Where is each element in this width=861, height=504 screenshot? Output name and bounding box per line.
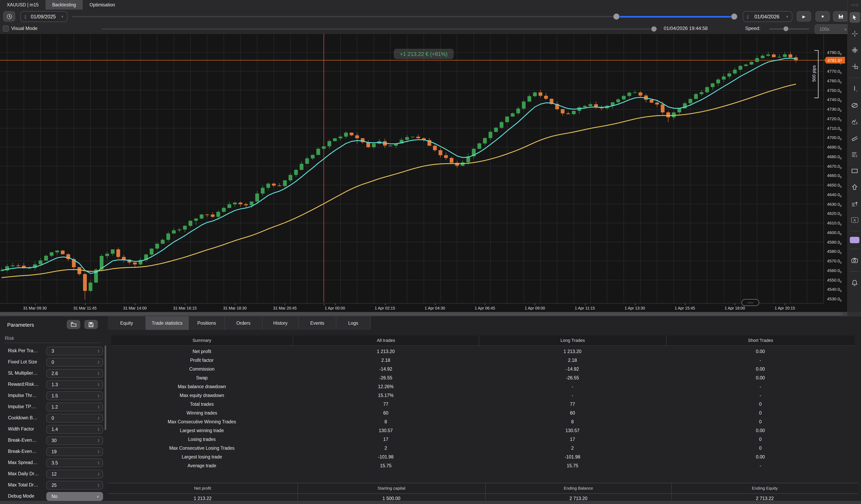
annotation-tool[interactable] xyxy=(849,198,860,209)
param-input[interactable]: 2.6∧∨ xyxy=(46,369,103,378)
param-input[interactable]: 0∧∨ xyxy=(46,414,103,423)
speed-slider[interactable] xyxy=(769,24,809,34)
fibonacci-tool[interactable]: F xyxy=(849,149,860,160)
parallel-channel-tool[interactable] xyxy=(849,133,860,144)
stats-row-label: Losing trades xyxy=(111,437,293,442)
stepper-icon[interactable]: ∧∨ xyxy=(98,416,102,420)
stepper-icon[interactable]: ∧∨ xyxy=(98,405,102,409)
horizontal-scrollbar-thumb[interactable] xyxy=(0,312,843,315)
param-label: Impulse TP… xyxy=(8,404,36,409)
param-input[interactable]: 3∧∨ xyxy=(46,347,103,355)
color-swatch-button[interactable] xyxy=(850,237,859,243)
param-input[interactable]: 0∧∨ xyxy=(46,358,103,367)
stepper-icon[interactable]: ∧∨ xyxy=(98,472,102,476)
window-tab-backtesting[interactable]: Backtesting xyxy=(45,0,83,10)
stepper-icon[interactable]: ∧∨ xyxy=(98,427,102,431)
stats-row-label: Swap xyxy=(111,376,293,380)
chevron-down-icon: ∨ xyxy=(786,15,788,18)
camera-tool[interactable] xyxy=(849,255,860,265)
time-axis-tick xyxy=(85,303,85,305)
save-report-button[interactable] xyxy=(833,11,848,22)
param-value: 3.5 xyxy=(47,461,98,465)
date-range-slider[interactable] xyxy=(72,10,738,24)
stop-button[interactable]: ■ xyxy=(816,11,830,22)
stepper-icon[interactable]: ∧∨ xyxy=(98,383,102,386)
progress-handle[interactable] xyxy=(651,26,657,31)
crosshair-offset-tool[interactable] xyxy=(849,45,860,55)
results-tab-logs[interactable]: Logs xyxy=(336,316,371,330)
progress-track[interactable] xyxy=(102,28,658,29)
end-date-field[interactable]: ∧∨ 01/04/2026 ∨ xyxy=(743,11,792,22)
range-end-handle[interactable] xyxy=(731,14,737,19)
results-tab-equity[interactable]: Equity xyxy=(108,316,146,330)
stepper-icon[interactable]: ∧∨ xyxy=(98,394,102,398)
results-tab-positions[interactable]: Positions xyxy=(189,316,225,330)
visual-mode-checkbox[interactable] xyxy=(3,26,9,31)
save-parameters-button[interactable] xyxy=(84,320,98,329)
stepper-icon[interactable]: ∧∨ xyxy=(98,349,102,353)
horizontal-scrollbar[interactable] xyxy=(0,312,861,316)
play-button[interactable]: ▶ xyxy=(797,11,811,22)
elliott-wave-tool[interactable]: E xyxy=(849,116,860,127)
param-row: Fixed Lot Size0∧∨ xyxy=(0,357,107,368)
parameters-scrollbar[interactable] xyxy=(105,345,106,501)
price-axis-label: 4540.00 xyxy=(827,287,842,293)
param-input[interactable]: 1.3∧∨ xyxy=(46,380,103,389)
window-tab-xauusd-m15[interactable]: XAUUSD | m15 xyxy=(0,0,45,10)
stepper-icon[interactable]: ∧∨ xyxy=(98,372,102,375)
cursor-tool[interactable] xyxy=(849,12,860,23)
speed-track[interactable] xyxy=(769,28,809,29)
param-input[interactable]: 1.5∧∨ xyxy=(46,391,103,400)
stats-cell: - xyxy=(666,384,855,389)
param-input[interactable]: 25∧∨ xyxy=(46,481,103,490)
param-input[interactable]: 19∧∨ xyxy=(46,447,103,456)
ellipse-tool[interactable] xyxy=(849,100,860,111)
date-stepper-icon[interactable]: ∧∨ xyxy=(747,15,749,18)
time-axis[interactable]: 31 Mar 09:3031 Mar 11:4531 Mar 14:0031 M… xyxy=(0,303,823,312)
parameters-scrollbar-thumb[interactable] xyxy=(105,345,106,430)
rectangle-tool[interactable] xyxy=(849,165,860,176)
price-axis-label: 4530.00 xyxy=(827,296,842,302)
measure-tool[interactable] xyxy=(849,61,860,72)
stats-cell: 0.00 xyxy=(666,349,855,354)
stepper-icon[interactable]: ∧∨ xyxy=(98,439,102,442)
run-settings-button[interactable] xyxy=(3,11,15,22)
start-date-field[interactable]: ∧∨ 01/09/2025 ∨ xyxy=(20,11,68,22)
param-select[interactable]: No∨ xyxy=(46,492,103,501)
range-start-handle[interactable] xyxy=(613,14,619,19)
load-parameters-button[interactable] xyxy=(67,320,80,329)
speed-select[interactable]: 100x ∨ xyxy=(815,24,851,34)
results-tab-orders[interactable]: Orders xyxy=(225,316,262,330)
results-tab-trade-statistics[interactable]: Trade statistics xyxy=(146,316,189,330)
text-tool[interactable]: A xyxy=(849,215,860,225)
param-value: 25 xyxy=(47,483,98,488)
stepper-icon[interactable]: ∧∨ xyxy=(98,461,102,465)
crosshair-tool[interactable] xyxy=(849,28,860,39)
stats-row: Commission-14.92-14.920.00 xyxy=(111,365,855,373)
arrow-up-tool[interactable] xyxy=(849,182,860,192)
param-input[interactable]: 3.5∧∨ xyxy=(46,459,103,467)
param-input[interactable]: 1.4∧∨ xyxy=(46,425,103,434)
results-tab-history[interactable]: History xyxy=(262,316,299,330)
stop-icon: ■ xyxy=(822,14,824,18)
stepper-icon[interactable]: ∧∨ xyxy=(98,483,102,487)
time-axis-tick xyxy=(485,303,485,305)
speed-handle[interactable] xyxy=(783,26,788,31)
stepper-icon[interactable]: ∧∨ xyxy=(98,450,102,453)
param-input[interactable]: 1.2∧∨ xyxy=(46,403,103,411)
price-axis[interactable]: 4790.004780.004770.004760.004750.004740.… xyxy=(823,34,848,303)
param-input[interactable]: 12∧∨ xyxy=(46,469,103,478)
results-tab-events[interactable]: Events xyxy=(299,316,336,330)
stepper-icon[interactable]: ∧∨ xyxy=(98,360,102,364)
window-tab-optimisation[interactable]: Optimisation xyxy=(83,0,122,10)
current-time-label: 01/04/2026 19:44:58 xyxy=(664,26,708,31)
trend-line-tool[interactable] xyxy=(849,83,860,94)
param-input[interactable]: 30∧∨ xyxy=(46,436,103,445)
alert-bell-tool[interactable] xyxy=(849,277,860,288)
date-stepper-icon[interactable]: ∧∨ xyxy=(24,15,26,18)
toolbar-grip-icon[interactable] xyxy=(851,4,858,6)
stats-cell: 77 xyxy=(293,402,479,407)
stats-cell: - xyxy=(479,393,666,398)
progress-slider[interactable] xyxy=(102,24,658,34)
candlestick-plot[interactable] xyxy=(0,34,823,303)
